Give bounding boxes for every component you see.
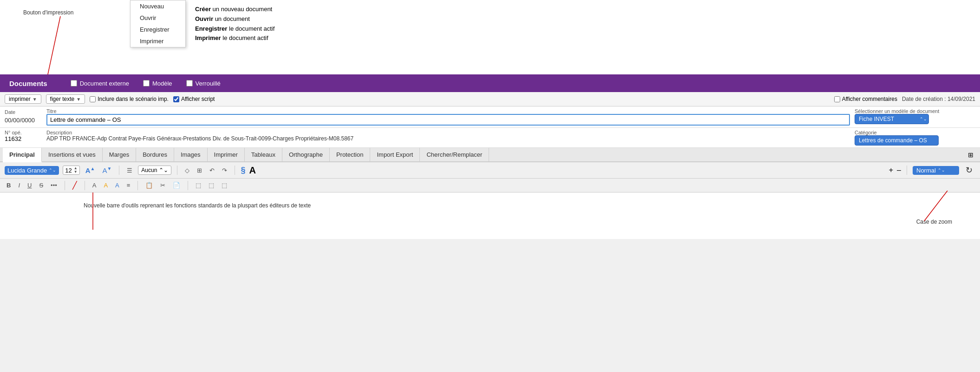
tab-tableaux[interactable]: Tableaux	[245, 148, 282, 161]
tab-imprimer[interactable]: Imprimer	[208, 148, 245, 161]
tab-marges[interactable]: Marges	[103, 148, 136, 161]
dropdown-menu: Nouveau Ouvrir Enregistrer Imprimer	[130, 0, 186, 47]
description-label: Description	[46, 130, 850, 135]
plus-minus-buttons[interactable]: +	[889, 166, 893, 174]
copy-button[interactable]: 📄	[171, 181, 182, 190]
header-title: Documents	[9, 80, 47, 87]
categorie-select[interactable]: Lettres de commande – OS	[855, 135, 939, 146]
afficher-commentaires-checkbox-input[interactable]	[834, 96, 840, 102]
font-selector-arrow-icon: ⌃⌄	[49, 168, 56, 173]
tab-principal[interactable]: Principal	[3, 148, 42, 162]
modele-label: Sélectionner un modèle de document	[855, 108, 939, 114]
figer-texte-label: figer texte	[50, 96, 75, 102]
checkbox-document-externe[interactable]	[71, 80, 77, 86]
description-panel: Créer un nouveau document Ouvrir un docu…	[195, 5, 274, 43]
toolbar-row: imprimer ▼ figer texte ▼ Inclure dans le…	[0, 92, 980, 106]
list-icon-button[interactable]: ☰	[125, 166, 134, 175]
imprimer-button[interactable]: imprimer ▼	[5, 94, 41, 104]
categorie-label: Catégorie	[855, 130, 975, 135]
header-checkbox-modele[interactable]: Modèle	[143, 80, 172, 87]
highlight-button[interactable]: A	[102, 181, 110, 190]
imprimer-label: imprimer	[9, 96, 31, 102]
grid-button[interactable]: ⊞	[195, 166, 204, 175]
sep6	[85, 181, 85, 190]
paste-button[interactable]: 📋	[144, 181, 155, 190]
decrease-font-button[interactable]: A▼	[100, 165, 113, 175]
align-right-button[interactable]: ⬚	[220, 181, 229, 190]
sep4	[907, 166, 907, 175]
form-section-title: Date 00/00/0000 Titre Sélectionner un mo…	[0, 106, 980, 128]
sep1	[119, 166, 119, 175]
tab-orthographe[interactable]: Orthographe	[282, 148, 330, 161]
modele-select[interactable]: Fiche INVEST	[855, 114, 929, 124]
font-size-stepper[interactable]: 12 ▲ ▼	[63, 166, 79, 175]
annotation-bouton-impression: Bouton d'impression	[23, 9, 73, 16]
cut-button[interactable]: ✂	[158, 181, 167, 190]
increase-font-button[interactable]: A▲	[84, 165, 97, 175]
titre-label: Titre	[46, 108, 850, 114]
afficher-script-label: Afficher script	[181, 96, 215, 102]
tab-bordures[interactable]: Bordures	[136, 148, 174, 161]
sep2	[177, 166, 177, 175]
bg-color-button[interactable]: A	[113, 181, 121, 190]
imprimer-arrow-icon: ▼	[33, 97, 37, 102]
font-color-button[interactable]: A	[91, 181, 98, 190]
figer-texte-button[interactable]: figer texte ▼	[46, 94, 85, 104]
header-checkbox-verrouille[interactable]: Verrouillé	[186, 80, 221, 87]
tabs-row: Principal Insertions et vues Marges Bord…	[0, 148, 980, 162]
italic-button[interactable]: I	[16, 181, 22, 190]
style-selector[interactable]: Normal ⌃⌄	[913, 166, 959, 175]
bottom-arrow	[0, 193, 980, 239]
checkbox-modele[interactable]	[143, 80, 150, 86]
sep3	[235, 166, 235, 175]
bottom-toolbar-text: Nouvelle barre d'outils reprenant les fo…	[84, 202, 311, 209]
svg-line-2	[924, 191, 947, 221]
modele-select-wrapper[interactable]: Fiche INVEST	[855, 114, 929, 124]
plus-button[interactable]: +	[889, 166, 893, 174]
align-left-button[interactable]: ≡	[125, 181, 132, 190]
menu-item-enregistrer[interactable]: Enregistrer	[131, 24, 185, 35]
strikethrough-button[interactable]: S	[37, 181, 45, 190]
tab-protection[interactable]: Protection	[330, 148, 371, 161]
titre-input[interactable]	[46, 114, 850, 126]
minus-button[interactable]: –	[897, 166, 901, 174]
underline-button[interactable]: U	[26, 181, 33, 190]
afficher-commentaires-checkbox[interactable]: Afficher commentaires	[834, 96, 897, 102]
bold-button[interactable]: B	[5, 181, 13, 190]
format-toolbar-row2: B I U S ••• ╱ A A A ≡ 📋 ✂ 📄 ⬚ ⬚ ⬚	[0, 179, 980, 193]
undo-button[interactable]: ↶	[208, 166, 216, 175]
pen-tool-button[interactable]: ╱	[71, 180, 79, 191]
afficher-script-checkbox-input[interactable]	[173, 96, 179, 102]
stepper-arrows-icon[interactable]: ▲ ▼	[74, 166, 78, 174]
sep8	[188, 181, 188, 190]
tab-images[interactable]: Images	[174, 148, 208, 161]
font-name: Lucida Grande	[7, 167, 47, 174]
afficher-script-checkbox[interactable]: Afficher script	[173, 96, 215, 102]
more-options-button[interactable]: •••	[49, 181, 59, 190]
font-selector[interactable]: Lucida Grande ⌃⌄	[5, 166, 59, 175]
list-style-arrow-icon: ⌃⌄	[159, 167, 168, 173]
categorie-select-wrapper[interactable]: Lettres de commande – OS	[855, 135, 975, 146]
inclure-scenario-checkbox[interactable]: Inclure dans le scénario imp.	[90, 96, 169, 102]
checkbox-verrouille-label: Verrouillé	[196, 80, 221, 87]
menu-item-imprimer[interactable]: Imprimer	[131, 35, 185, 47]
header-checkbox-document-externe[interactable]: Document externe	[71, 80, 129, 87]
tab-end-icon[interactable]: ⊞	[964, 149, 977, 160]
bottom-annotation-area: Nouvelle barre d'outils reprenant les fo…	[0, 193, 980, 239]
redo-button[interactable]: ↷	[220, 166, 229, 175]
tab-chercher-remplacer[interactable]: Chercher/Remplacer	[420, 148, 489, 161]
section-symbol: §	[241, 166, 245, 175]
refresh-button[interactable]: ↻	[963, 164, 975, 176]
align-center-button[interactable]: ⬚	[207, 181, 216, 190]
sep5	[65, 181, 65, 190]
menu-item-nouveau[interactable]: Nouveau	[131, 0, 185, 12]
menu-item-ouvrir[interactable]: Ouvrir	[131, 12, 185, 24]
tab-import-export[interactable]: Import Export	[370, 148, 420, 161]
list-style-selector[interactable]: Aucun ⌃⌄	[138, 166, 171, 175]
eraser-button[interactable]: ◇	[183, 166, 191, 175]
inclure-checkbox-input[interactable]	[90, 96, 96, 102]
style-value: Normal	[916, 167, 936, 174]
tab-insertions-vues[interactable]: Insertions et vues	[42, 148, 103, 161]
align-left2-button[interactable]: ⬚	[194, 181, 203, 190]
checkbox-verrouille[interactable]	[186, 80, 193, 86]
